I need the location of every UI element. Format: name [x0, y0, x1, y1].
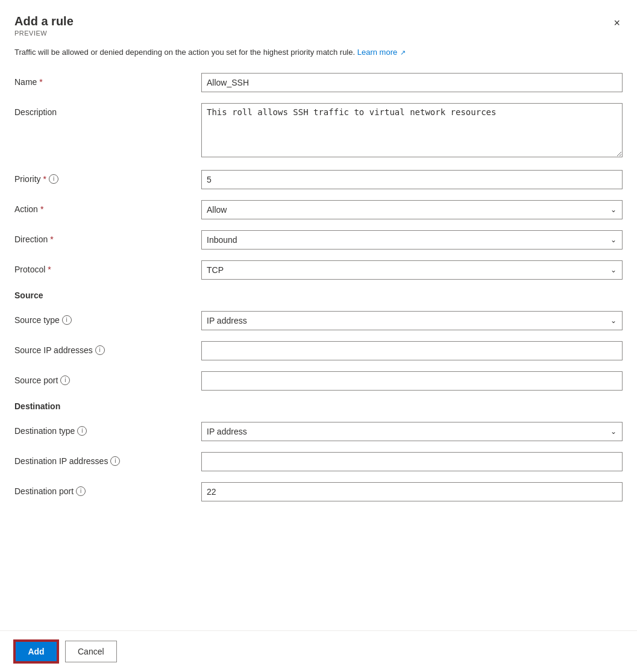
source-type-info-icon: i	[62, 315, 72, 325]
external-link-icon: ↗	[398, 49, 406, 56]
action-select-wrap: Allow Deny ⌄	[201, 200, 623, 219]
dest-type-label: Destination type i	[14, 422, 201, 436]
direction-select-wrap: Inbound Outbound ⌄	[201, 230, 623, 250]
protocol-control-wrap: TCP UDP Any ICMP ⌄	[201, 260, 623, 280]
source-port-control-wrap	[201, 371, 623, 391]
dest-port-control-wrap	[201, 482, 623, 501]
dest-port-info-icon: i	[76, 486, 86, 496]
description-control-wrap	[201, 103, 623, 159]
learn-more-link[interactable]: Learn more ↗	[357, 48, 406, 57]
direction-row: Direction * Inbound Outbound ⌄	[14, 230, 623, 250]
close-button[interactable]: ×	[611, 14, 623, 32]
direction-control-wrap: Inbound Outbound ⌄	[201, 230, 623, 250]
protocol-label: Protocol *	[14, 260, 201, 274]
description-label: Description	[14, 103, 201, 117]
priority-required: *	[43, 174, 46, 184]
source-type-label: Source type i	[14, 311, 201, 325]
priority-control-wrap	[201, 170, 623, 189]
priority-row: Priority * i	[14, 170, 623, 189]
action-select[interactable]: Allow Deny	[201, 200, 623, 219]
dest-ip-input[interactable]	[201, 452, 623, 471]
dialog-subtitle: PREVIEW	[14, 30, 74, 37]
name-input[interactable]	[201, 73, 623, 92]
source-type-control-wrap: IP address Service Tag Application secur…	[201, 311, 623, 330]
description-textarea[interactable]	[201, 103, 623, 157]
source-ip-label: Source IP addresses i	[14, 341, 201, 355]
source-ip-control-wrap	[201, 341, 623, 360]
dest-type-select-wrap: IP address Service Tag Application secur…	[201, 422, 623, 441]
name-row: Name *	[14, 73, 623, 92]
source-port-row: Source port i	[14, 371, 623, 391]
source-port-input[interactable]	[201, 371, 623, 391]
dest-ip-control-wrap	[201, 452, 623, 471]
destination-heading: Destination	[14, 401, 623, 411]
name-required: *	[39, 77, 42, 87]
dest-type-info-icon: i	[77, 426, 87, 436]
add-button[interactable]: Add	[14, 641, 58, 662]
dest-ip-info-icon: i	[110, 456, 120, 466]
priority-info-icon: i	[49, 174, 58, 184]
name-label: Name *	[14, 73, 201, 87]
action-label: Action *	[14, 200, 201, 214]
source-heading: Source	[14, 290, 623, 300]
cancel-button[interactable]: Cancel	[65, 641, 117, 662]
source-ip-row: Source IP addresses i	[14, 341, 623, 360]
source-type-select-wrap: IP address Service Tag Application secur…	[201, 311, 623, 330]
dest-type-select[interactable]: IP address Service Tag Application secur…	[201, 422, 623, 441]
action-control-wrap: Allow Deny ⌄	[201, 200, 623, 219]
source-ip-info-icon: i	[95, 345, 105, 355]
info-bar-text: Traffic will be allowed or denied depend…	[14, 48, 355, 57]
dialog-header: Add a rule PREVIEW ×	[0, 0, 637, 37]
action-required: *	[40, 204, 43, 214]
dest-port-row: Destination port i	[14, 482, 623, 501]
priority-label: Priority * i	[14, 170, 201, 184]
dest-ip-label: Destination IP addresses i	[14, 452, 201, 466]
protocol-select[interactable]: TCP UDP Any ICMP	[201, 260, 623, 280]
dest-port-input[interactable]	[201, 482, 623, 501]
info-bar: Traffic will be allowed or denied depend…	[14, 46, 623, 58]
source-port-info-icon: i	[60, 375, 70, 385]
dest-ip-row: Destination IP addresses i	[14, 452, 623, 471]
dialog-title-block: Add a rule PREVIEW	[14, 14, 74, 37]
source-port-label: Source port i	[14, 371, 201, 385]
direction-label: Direction *	[14, 230, 201, 244]
protocol-row: Protocol * TCP UDP Any ICMP ⌄	[14, 260, 623, 280]
dest-port-label: Destination port i	[14, 482, 201, 496]
action-row: Action * Allow Deny ⌄	[14, 200, 623, 219]
direction-select[interactable]: Inbound Outbound	[201, 230, 623, 250]
add-rule-dialog: Add a rule PREVIEW × Traffic will be all…	[0, 0, 637, 672]
dest-type-control-wrap: IP address Service Tag Application secur…	[201, 422, 623, 441]
source-type-select[interactable]: IP address Service Tag Application secur…	[201, 311, 623, 330]
direction-required: *	[50, 234, 53, 244]
source-ip-input[interactable]	[201, 341, 623, 360]
dest-type-row: Destination type i IP address Service Ta…	[14, 422, 623, 441]
dialog-title: Add a rule	[14, 14, 74, 28]
description-row: Description	[14, 103, 623, 159]
source-type-row: Source type i IP address Service Tag App…	[14, 311, 623, 330]
protocol-required: *	[48, 265, 51, 274]
dialog-footer: Add Cancel	[0, 630, 637, 672]
protocol-select-wrap: TCP UDP Any ICMP ⌄	[201, 260, 623, 280]
priority-input[interactable]	[201, 170, 623, 189]
dialog-body: Traffic will be allowed or denied depend…	[0, 37, 637, 621]
name-control-wrap	[201, 73, 623, 92]
